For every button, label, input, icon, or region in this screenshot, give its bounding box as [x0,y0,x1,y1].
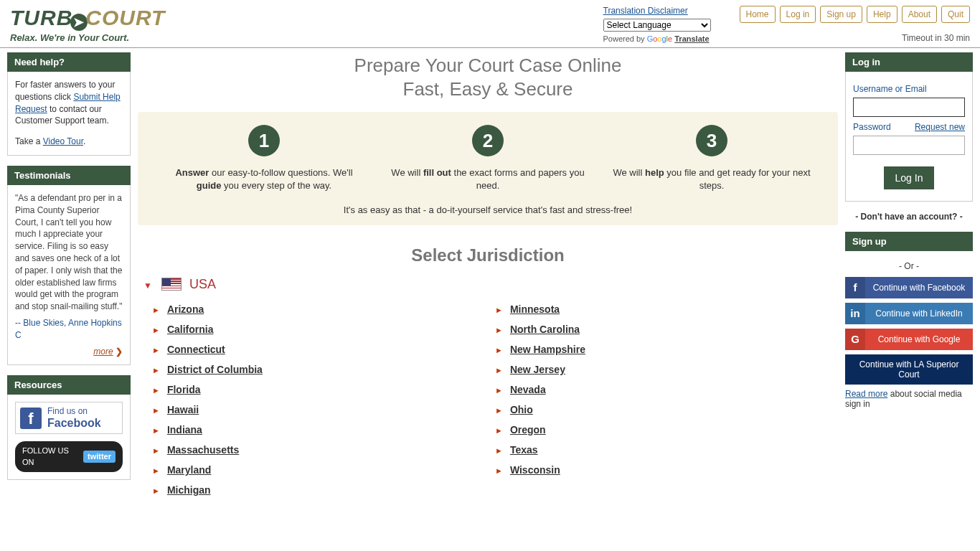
jurisdiction-item: ►New Hampshire [495,339,838,359]
twitter-badge[interactable]: FOLLOW US ON twitter [15,441,123,472]
jurisdiction-link[interactable]: Florida [167,384,201,395]
jurisdiction-item: ►Oregon [495,420,838,440]
jurisdiction-item: ►Michigan [152,480,495,500]
jurisdiction-link[interactable]: District of Columbia [167,364,263,375]
resources-body: f Find us onFacebook FOLLOW US ON twitte… [7,395,131,480]
jurisdiction-link[interactable]: California [167,324,214,335]
jurisdiction-item: ►Ohio [495,400,838,420]
jurisdiction-link[interactable]: Michigan [167,484,211,496]
expand-icon: ► [152,406,160,415]
facebook-icon: f [845,277,865,298]
expand-icon: ► [495,366,503,375]
password-label: Password [853,121,891,133]
jurisdiction-item: ►Texas [495,440,838,460]
signup-box-header: Sign up [845,232,973,251]
testimonials-header: Testimonials [7,166,131,185]
help-box-body: For faster answers to your questions cli… [7,72,131,156]
continue-facebook-button[interactable]: fContinue with Facebook [845,277,973,298]
jurisdiction-link[interactable]: Indiana [167,424,202,435]
jurisdiction-link[interactable]: Arizona [167,303,204,315]
help-button[interactable]: Help [867,6,897,23]
linkedin-icon: in [845,303,865,324]
jurisdiction-item: ►California [152,319,495,339]
jurisdiction-link[interactable]: Nevada [510,384,546,395]
jurisdiction-link[interactable]: Wisconsin [510,464,560,476]
expand-icon: ► [152,326,160,334]
jurisdiction-link[interactable]: Texas [510,444,538,456]
jurisdiction-link[interactable]: Oregon [510,424,546,435]
facebook-icon: f [20,408,42,429]
home-button[interactable]: Home [740,6,776,23]
step-3: 3We will help you file and get ready for… [600,125,824,192]
country-label: USA [189,277,216,291]
expand-icon: ► [495,426,503,435]
expand-icon: ► [495,446,503,455]
expand-icon: ► [495,466,503,475]
video-tour-link[interactable]: Video Tour [43,136,83,146]
step-2: 2We will fill out the exact forms and pa… [376,125,600,192]
expand-icon: ► [152,446,160,455]
password-input[interactable] [853,136,965,155]
page-title: Prepare Your Court Case OnlineFast, Easy… [138,54,838,100]
jurisdiction-link[interactable]: Minnesota [510,303,560,315]
expand-icon: ► [152,466,160,475]
jurisdiction-item: ►Minnesota [495,299,838,319]
jurisdiction-item: ►Florida [152,380,495,400]
resources-header: Resources [7,375,131,395]
jurisdiction-item: ►Massachusetts [152,440,495,460]
jurisdiction-item: ►Wisconsin [495,460,838,480]
timeout-text: Timeout in 30 min [740,33,970,43]
jurisdiction-link[interactable]: North Carolina [510,324,580,335]
social-read-more: Read more about social media sign in [845,389,973,409]
jurisdiction-link[interactable]: Maryland [167,464,211,476]
testimonials-body: "As a defendant pro per in a Pima County… [7,185,131,365]
expand-icon: ► [152,426,160,435]
login-button[interactable]: Log In [884,166,935,189]
facebook-badge[interactable]: f Find us onFacebook [15,402,123,434]
read-more-link[interactable]: Read more [845,389,887,399]
testimonials-more-link[interactable]: more [93,347,113,357]
jurisdiction-link[interactable]: Massachusetts [167,444,239,456]
language-select[interactable]: Select Language [603,19,711,32]
steps-footer: It's as easy as that - a do-it-yourself … [152,204,824,215]
jurisdiction-link[interactable]: New Hampshire [510,344,585,355]
continue-la-court-button[interactable]: Continue with LA Superior Court [845,354,973,385]
expand-icon: ► [152,306,160,314]
jurisdiction-link[interactable]: Ohio [510,404,533,415]
translation-disclaimer-link[interactable]: Translation Disclaimer [603,6,688,16]
expand-icon: ► [495,406,503,415]
expand-icon: ► [152,386,160,395]
quit-button[interactable]: Quit [941,6,970,23]
jurisdiction-item: ►District of Columbia [152,359,495,380]
testimonial-quote: "As a defendant pro per in a Pima County… [15,192,123,313]
expand-icon: ► [152,346,160,354]
request-new-password-link[interactable]: Request new [915,121,965,133]
login-nav-button[interactable]: Log in [780,6,816,23]
more-arrow-icon: ❯ [116,347,123,357]
google-translate-attribution: Powered by Google Translate [603,34,711,43]
jurisdiction-link[interactable]: Hawaii [167,404,199,415]
logo[interactable]: TURB➤COURT Relax. We're in Your Court. [10,6,165,43]
expand-icon: ► [495,326,503,334]
continue-google-button[interactable]: GContinue with Google [845,329,973,350]
or-divider: - Or - [845,261,973,271]
no-account-text: - Don't have an account? - [845,212,973,222]
about-button[interactable]: About [902,6,937,23]
jurisdiction-link[interactable]: Connecticut [167,344,225,355]
logo-text-2: COURT [85,6,165,29]
jurisdiction-item: ►Arizona [152,299,495,319]
jurisdiction-link[interactable]: New Jersey [510,364,565,375]
twitter-icon: twitter [83,451,116,463]
country-row[interactable]: ▼ USA [143,277,838,292]
username-input[interactable] [853,98,965,117]
continue-linkedin-button[interactable]: inContinue with LinkedIn [845,303,973,324]
steps-panel: 1Answer our easy-to-follow questions. We… [138,112,838,225]
jurisdiction-item: ►New Jersey [495,359,838,380]
jurisdiction-item: ►Connecticut [152,339,495,359]
jurisdiction-item: ►Nevada [495,380,838,400]
jurisdiction-item: ►Maryland [152,460,495,480]
signup-nav-button[interactable]: Sign up [820,6,862,23]
username-label: Username or Email [853,83,965,95]
expand-icon: ► [495,386,503,395]
expand-icon: ► [152,366,160,375]
